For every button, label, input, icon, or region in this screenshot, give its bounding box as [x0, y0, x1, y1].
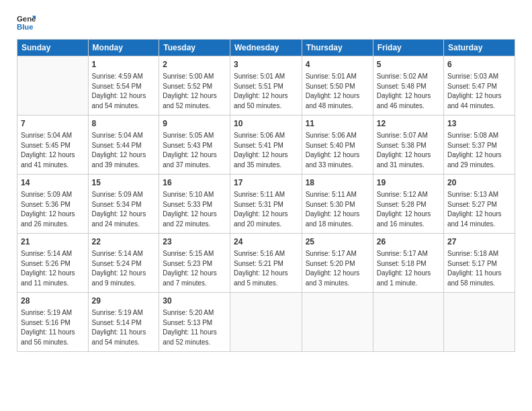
day-number: 1 [92, 59, 156, 71]
week-row-4: 21Sunrise: 5:14 AM Sunset: 5:26 PM Dayli… [17, 234, 515, 293]
day-cell: 14Sunrise: 5:09 AM Sunset: 5:36 PM Dayli… [17, 175, 89, 234]
weekday-header-saturday: Saturday [443, 40, 515, 56]
day-info: Sunrise: 5:09 AM Sunset: 5:34 PM Dayligh… [92, 190, 156, 229]
day-number: 26 [377, 236, 440, 248]
day-number: 25 [306, 236, 369, 248]
day-number: 9 [163, 118, 226, 130]
svg-text:Blue: Blue [17, 23, 34, 31]
day-info: Sunrise: 5:11 AM Sunset: 5:31 PM Dayligh… [234, 190, 298, 229]
day-info: Sunrise: 5:01 AM Sunset: 5:50 PM Dayligh… [306, 72, 369, 111]
day-cell: 8Sunrise: 5:04 AM Sunset: 5:44 PM Daylig… [88, 116, 159, 175]
day-cell: 1Sunrise: 4:59 AM Sunset: 5:54 PM Daylig… [88, 56, 159, 116]
day-number: 19 [377, 177, 440, 189]
day-cell: 17Sunrise: 5:11 AM Sunset: 5:31 PM Dayli… [230, 175, 302, 234]
day-number: 22 [92, 236, 156, 248]
day-cell: 24Sunrise: 5:16 AM Sunset: 5:21 PM Dayli… [230, 234, 302, 293]
day-number: 3 [234, 59, 298, 71]
day-cell: 12Sunrise: 5:07 AM Sunset: 5:38 PM Dayli… [373, 116, 443, 175]
day-cell: 30Sunrise: 5:20 AM Sunset: 5:13 PM Dayli… [159, 293, 230, 352]
day-number: 21 [21, 236, 85, 248]
day-number: 17 [234, 177, 298, 189]
day-cell [230, 293, 302, 352]
day-info: Sunrise: 5:06 AM Sunset: 5:41 PM Dayligh… [234, 131, 298, 170]
day-info: Sunrise: 5:18 AM Sunset: 5:17 PM Dayligh… [447, 249, 511, 288]
day-number: 29 [92, 295, 156, 307]
day-info: Sunrise: 5:20 AM Sunset: 5:13 PM Dayligh… [163, 308, 226, 347]
day-cell [17, 56, 89, 116]
day-cell: 9Sunrise: 5:05 AM Sunset: 5:43 PM Daylig… [159, 116, 230, 175]
day-info: Sunrise: 5:08 AM Sunset: 5:37 PM Dayligh… [447, 131, 511, 170]
day-cell: 28Sunrise: 5:19 AM Sunset: 5:16 PM Dayli… [17, 293, 89, 352]
day-number: 18 [306, 177, 369, 189]
day-info: Sunrise: 5:07 AM Sunset: 5:38 PM Dayligh… [377, 131, 440, 170]
day-info: Sunrise: 5:19 AM Sunset: 5:16 PM Dayligh… [21, 308, 85, 347]
week-row-1: 1Sunrise: 4:59 AM Sunset: 5:54 PM Daylig… [17, 56, 515, 116]
weekday-header-thursday: Thursday [302, 40, 373, 56]
day-info: Sunrise: 5:15 AM Sunset: 5:23 PM Dayligh… [163, 249, 226, 288]
day-cell: 6Sunrise: 5:03 AM Sunset: 5:47 PM Daylig… [443, 56, 515, 116]
day-cell: 15Sunrise: 5:09 AM Sunset: 5:34 PM Dayli… [88, 175, 159, 234]
day-cell: 11Sunrise: 5:06 AM Sunset: 5:40 PM Dayli… [302, 116, 373, 175]
weekday-header-wednesday: Wednesday [230, 40, 302, 56]
day-info: Sunrise: 5:17 AM Sunset: 5:18 PM Dayligh… [377, 249, 440, 288]
day-cell: 5Sunrise: 5:02 AM Sunset: 5:48 PM Daylig… [373, 56, 443, 116]
day-number: 24 [234, 236, 298, 248]
day-info: Sunrise: 5:04 AM Sunset: 5:45 PM Dayligh… [21, 131, 85, 170]
day-cell: 2Sunrise: 5:00 AM Sunset: 5:52 PM Daylig… [159, 56, 230, 116]
day-info: Sunrise: 5:14 AM Sunset: 5:26 PM Dayligh… [21, 249, 85, 288]
day-number: 27 [447, 236, 511, 248]
weekday-header-monday: Monday [88, 40, 159, 56]
day-info: Sunrise: 5:03 AM Sunset: 5:47 PM Dayligh… [447, 72, 511, 111]
calendar-header-row: SundayMondayTuesdayWednesdayThursdayFrid… [17, 40, 515, 56]
day-info: Sunrise: 5:00 AM Sunset: 5:52 PM Dayligh… [163, 72, 226, 111]
calendar: SundayMondayTuesdayWednesdayThursdayFrid… [17, 39, 515, 352]
day-cell [443, 293, 515, 352]
day-info: Sunrise: 5:12 AM Sunset: 5:28 PM Dayligh… [377, 190, 440, 229]
day-info: Sunrise: 5:19 AM Sunset: 5:14 PM Dayligh… [92, 308, 156, 347]
day-cell [302, 293, 373, 352]
day-info: Sunrise: 5:05 AM Sunset: 5:43 PM Dayligh… [163, 131, 226, 170]
day-info: Sunrise: 5:01 AM Sunset: 5:51 PM Dayligh… [234, 72, 298, 111]
day-number: 11 [306, 118, 369, 130]
day-info: Sunrise: 5:04 AM Sunset: 5:44 PM Dayligh… [92, 131, 156, 170]
day-cell: 13Sunrise: 5:08 AM Sunset: 5:37 PM Dayli… [443, 116, 515, 175]
day-cell: 23Sunrise: 5:15 AM Sunset: 5:23 PM Dayli… [159, 234, 230, 293]
day-cell [373, 293, 443, 352]
day-number: 7 [21, 118, 85, 130]
day-info: Sunrise: 5:16 AM Sunset: 5:21 PM Dayligh… [234, 249, 298, 288]
day-cell: 29Sunrise: 5:19 AM Sunset: 5:14 PM Dayli… [88, 293, 159, 352]
day-cell: 22Sunrise: 5:14 AM Sunset: 5:24 PM Dayli… [88, 234, 159, 293]
day-number: 23 [163, 236, 226, 248]
day-cell: 10Sunrise: 5:06 AM Sunset: 5:41 PM Dayli… [230, 116, 302, 175]
day-number: 14 [21, 177, 85, 189]
page-container: General Blue SundayMondayTuesdayWednesda… [0, 0, 532, 362]
day-number: 6 [447, 59, 511, 71]
day-cell: 21Sunrise: 5:14 AM Sunset: 5:26 PM Dayli… [17, 234, 89, 293]
day-cell: 18Sunrise: 5:11 AM Sunset: 5:30 PM Dayli… [302, 175, 373, 234]
day-number: 20 [447, 177, 511, 189]
week-row-5: 28Sunrise: 5:19 AM Sunset: 5:16 PM Dayli… [17, 293, 515, 352]
day-cell: 16Sunrise: 5:10 AM Sunset: 5:33 PM Dayli… [159, 175, 230, 234]
day-info: Sunrise: 5:10 AM Sunset: 5:33 PM Dayligh… [163, 190, 226, 229]
day-info: Sunrise: 5:06 AM Sunset: 5:40 PM Dayligh… [306, 131, 369, 170]
weekday-header-sunday: Sunday [17, 40, 89, 56]
day-cell: 3Sunrise: 5:01 AM Sunset: 5:51 PM Daylig… [230, 56, 302, 116]
week-row-2: 7Sunrise: 5:04 AM Sunset: 5:45 PM Daylig… [17, 116, 515, 175]
day-number: 12 [377, 118, 440, 130]
day-number: 4 [306, 59, 369, 71]
day-info: Sunrise: 5:14 AM Sunset: 5:24 PM Dayligh… [92, 249, 156, 288]
header: General Blue [17, 13, 515, 32]
day-number: 2 [163, 59, 226, 71]
day-cell: 25Sunrise: 5:17 AM Sunset: 5:20 PM Dayli… [302, 234, 373, 293]
weekday-header-friday: Friday [373, 40, 443, 56]
week-row-3: 14Sunrise: 5:09 AM Sunset: 5:36 PM Dayli… [17, 175, 515, 234]
day-number: 15 [92, 177, 156, 189]
day-cell: 4Sunrise: 5:01 AM Sunset: 5:50 PM Daylig… [302, 56, 373, 116]
day-cell: 7Sunrise: 5:04 AM Sunset: 5:45 PM Daylig… [17, 116, 89, 175]
day-cell: 19Sunrise: 5:12 AM Sunset: 5:28 PM Dayli… [373, 175, 443, 234]
day-cell: 26Sunrise: 5:17 AM Sunset: 5:18 PM Dayli… [373, 234, 443, 293]
day-info: Sunrise: 5:11 AM Sunset: 5:30 PM Dayligh… [306, 190, 369, 229]
logo: General Blue [17, 13, 40, 32]
day-number: 28 [21, 295, 85, 307]
day-info: Sunrise: 5:13 AM Sunset: 5:27 PM Dayligh… [447, 190, 511, 229]
